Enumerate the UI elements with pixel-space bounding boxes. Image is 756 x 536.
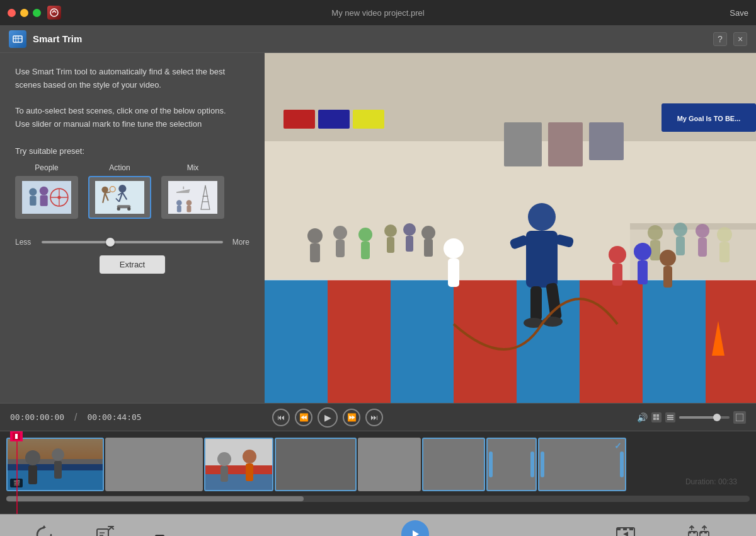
volume-icon: 🔊 [637, 412, 648, 422]
view-icon2[interactable] [665, 412, 675, 422]
svg-rect-68 [650, 240, 660, 260]
svg-rect-41 [318, 110, 350, 129]
fullscreen-icon[interactable] [733, 411, 746, 424]
svg-rect-98 [667, 419, 673, 420]
preset-action[interactable]: Action [88, 163, 151, 219]
slider-thumb[interactable] [106, 238, 115, 247]
preset-mix-thumb[interactable] [161, 176, 224, 219]
strip-handle-left[interactable] [489, 452, 493, 477]
export-merged-button[interactable]: Export Merged [590, 523, 661, 536]
svg-rect-96 [667, 415, 673, 416]
toolbar-center: Preview [241, 520, 590, 536]
svg-rect-92 [653, 414, 656, 417]
timeline-scrollbar[interactable] [6, 496, 750, 502]
svg-point-89 [444, 238, 464, 259]
step-forward-button[interactable]: ⏩ [343, 409, 360, 426]
preset-mix-label: Mix [187, 163, 199, 172]
strip-6[interactable] [422, 438, 485, 491]
export-individual-icon [687, 523, 710, 536]
svg-point-114 [243, 450, 256, 463]
reset-button[interactable]: Reset [19, 523, 69, 536]
skip-end-button[interactable]: ⏭ [365, 409, 383, 426]
preset-mix[interactable]: Mix [161, 163, 224, 219]
export-individual-button[interactable]: Export Individual [661, 523, 737, 536]
step-back-button[interactable]: ⏪ [295, 409, 312, 426]
slider-less-label: Less [15, 238, 34, 247]
preview-play-icon[interactable] [401, 520, 429, 536]
svg-rect-36 [186, 206, 191, 212]
svg-rect-125 [623, 528, 627, 530]
export-merged-icon [614, 523, 637, 536]
slider-section: Less More Extract [15, 238, 249, 274]
svg-rect-76 [526, 231, 558, 288]
play-button[interactable]: ▶ [318, 407, 338, 428]
svg-rect-79 [530, 286, 542, 321]
svg-rect-106 [28, 465, 37, 484]
strip-handle-right-8[interactable] [620, 452, 624, 477]
preset-people-label: People [35, 163, 58, 172]
svg-rect-95 [656, 417, 659, 420]
svg-rect-1 [13, 36, 22, 42]
strip-4[interactable] [275, 438, 357, 491]
strip-handle-left-8[interactable] [541, 452, 544, 477]
svg-rect-131 [689, 532, 691, 533]
preset-people[interactable]: People [15, 163, 78, 219]
close-dialog-button[interactable]: × [733, 32, 747, 46]
svg-point-61 [384, 224, 397, 237]
save-button[interactable]: Save [730, 8, 748, 18]
svg-rect-45 [589, 122, 624, 160]
extract-button[interactable]: Extract [100, 255, 165, 274]
main-content: Use Smart Trim tool to automatically fin… [0, 53, 756, 403]
traffic-lights [8, 9, 41, 17]
strip-7[interactable] [486, 438, 537, 491]
help-button[interactable]: ? [713, 32, 727, 46]
volume-slider[interactable] [679, 416, 730, 419]
strip-5[interactable] [358, 438, 421, 491]
header-icons: ? × [713, 32, 747, 46]
close-button[interactable] [8, 9, 16, 17]
mark-manually-button[interactable]: Mark Manually [69, 523, 140, 536]
svg-rect-42 [353, 110, 384, 129]
view-icon1[interactable] [651, 412, 662, 422]
maximize-button[interactable] [33, 9, 41, 17]
svg-point-22 [127, 207, 130, 211]
svg-point-69 [673, 223, 687, 236]
playback-controls: ⏮ ⏪ ▶ ⏩ ⏭ [272, 407, 383, 428]
svg-rect-60 [361, 242, 370, 259]
project-name: My new video project.prel [331, 8, 424, 18]
scene-background: My Goal Is TO BE... [265, 53, 756, 403]
svg-point-15 [118, 185, 126, 192]
strip-3[interactable] [204, 438, 273, 491]
preset-people-thumb[interactable] [15, 176, 78, 219]
svg-point-6 [29, 188, 37, 195]
strip-2[interactable] [105, 438, 203, 491]
app-icon [47, 6, 61, 20]
slider-track[interactable] [42, 241, 223, 243]
strip-check-mark: ✓ [614, 441, 622, 451]
minimize-button[interactable] [20, 9, 28, 17]
svg-point-75 [528, 203, 556, 231]
svg-rect-137 [704, 532, 707, 533]
svg-point-21 [117, 207, 120, 211]
preview-button[interactable]: Preview [401, 520, 429, 536]
svg-rect-113 [220, 466, 228, 482]
duration-info: Duration: 00:33 [685, 477, 737, 486]
svg-point-87 [660, 250, 676, 266]
svg-rect-40 [284, 110, 315, 129]
svg-point-71 [696, 224, 709, 238]
svg-point-112 [217, 452, 231, 466]
strip-handle-right[interactable] [530, 452, 534, 477]
strip-1[interactable]: 🎬 [6, 438, 104, 491]
svg-rect-126 [629, 528, 633, 530]
svg-point-83 [609, 246, 626, 264]
skip-start-button[interactable]: ⏮ [272, 409, 290, 426]
preset-action-thumb[interactable] [88, 176, 151, 219]
svg-rect-132 [693, 532, 696, 533]
strip-8[interactable]: ✓ [538, 438, 626, 491]
scrollbar-thumb[interactable] [6, 496, 304, 501]
svg-rect-43 [504, 122, 542, 166]
smart-trim-icon [9, 30, 26, 48]
svg-rect-111 [205, 474, 273, 490]
left-panel: Use Smart Trim tool to automatically fin… [0, 53, 265, 403]
svg-point-63 [403, 223, 416, 236]
